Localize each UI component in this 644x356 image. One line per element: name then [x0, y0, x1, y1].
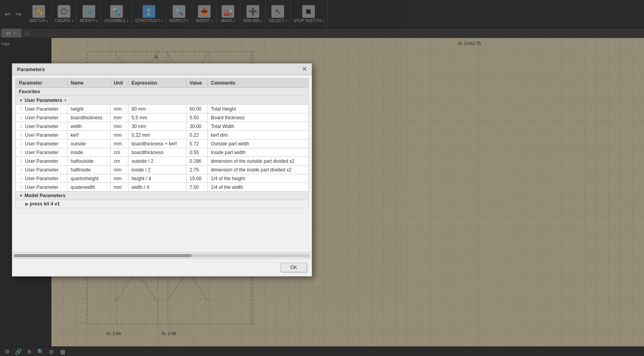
section-label: Favorites [16, 88, 309, 96]
table-row[interactable]: ☆ User Parameter width mm 30 mm 30.00 To… [16, 122, 309, 131]
row-comment: dimension of the inside part divided x2 [207, 166, 308, 174]
row-param-type: ☆ User Parameter [16, 174, 68, 183]
parameters-modal: Parameters ✕ Parameter Name Unit Express… [12, 63, 312, 277]
row-unit: cm [110, 157, 128, 166]
row-comment: 1/4 of the width [207, 183, 308, 192]
modal-overlay: Parameters ✕ Parameter Name Unit Express… [0, 0, 644, 356]
modal-close-button[interactable]: ✕ [302, 66, 307, 72]
section-label: ▼ User Parameters + [16, 96, 309, 105]
col-expression: Expression [128, 79, 186, 88]
col-unit: Unit [110, 79, 128, 88]
col-parameter: Parameter [16, 79, 68, 88]
table-header-row: Parameter Name Unit Expression Value Com… [16, 79, 309, 88]
row-param-type: ☆ User Parameter [16, 105, 68, 113]
row-param-type: ☆ User Parameter [16, 183, 68, 192]
row-name[interactable]: halfoutside [67, 157, 110, 166]
row-unit: cm [110, 148, 128, 157]
child-label: ▶ press kit 4 v1 [16, 200, 309, 208]
row-unit: mm [110, 183, 128, 192]
row-unit: mm [110, 131, 128, 139]
favorite-star-icon[interactable]: ☆ [19, 115, 24, 121]
section-user_parameters[interactable]: ▼ User Parameters + [16, 96, 309, 105]
row-expression[interactable]: boardthickness + kerf [128, 139, 186, 148]
model-param-child[interactable]: ▶ press kit 4 v1 [16, 200, 309, 208]
row-value: 0.22 [186, 131, 207, 139]
row-unit: mm [110, 166, 128, 174]
row-comment: Outside part width [207, 139, 308, 148]
row-name[interactable]: boardthickness [67, 113, 110, 122]
row-expression[interactable]: outside / 2 [128, 157, 186, 166]
favorite-star-icon[interactable]: ☆ [19, 149, 24, 155]
favorite-star-icon[interactable]: ☆ [19, 184, 24, 190]
row-param-type: ☆ User Parameter [16, 113, 68, 122]
table-row[interactable]: ☆ User Parameter halfinside mm inside / … [16, 166, 309, 174]
table-row[interactable]: ☆ User Parameter quartreheight mm height… [16, 174, 309, 183]
table-row[interactable]: ☆ User Parameter outside mm boardthickne… [16, 139, 309, 148]
row-name[interactable]: kerf [67, 131, 110, 139]
modal-footer: OK [12, 258, 312, 276]
table-row[interactable]: ☆ User Parameter inside cm boardthicknes… [16, 148, 309, 157]
row-name[interactable]: height [67, 105, 110, 113]
row-expression[interactable]: 60 mm [128, 105, 186, 113]
row-comment: dimension of the outside part divided x2 [207, 157, 308, 166]
row-name[interactable]: width [67, 122, 110, 131]
row-expression[interactable]: boardthickness [128, 148, 186, 157]
favorite-star-icon[interactable]: ☆ [19, 167, 24, 173]
row-name[interactable]: quaterwidth [67, 183, 110, 192]
favorite-star-icon[interactable]: ☆ [19, 123, 24, 129]
section-model_parameters[interactable]: ▼ Model Parameters [16, 192, 309, 200]
row-name[interactable]: inside [67, 148, 110, 157]
row-value: 30.00 [186, 122, 207, 131]
favorite-star-icon[interactable]: ☆ [19, 141, 24, 147]
row-value: 15.00 [186, 174, 207, 183]
row-value: 0.55 [186, 148, 207, 157]
table-row[interactable]: ☆ User Parameter halfoutside cm outside … [16, 157, 309, 166]
row-value: 5.50 [186, 113, 207, 122]
row-name[interactable]: quartreheight [67, 174, 110, 183]
row-comment: Board thickness [207, 113, 308, 122]
row-expression[interactable]: height / 4 [128, 174, 186, 183]
add-user-param-button[interactable]: + [64, 97, 67, 103]
modal-header[interactable]: Parameters ✕ [12, 64, 312, 75]
params-table: Parameter Name Unit Expression Value Com… [15, 78, 309, 208]
table-row[interactable]: ☆ User Parameter kerf mm 0.22 mm 0.22 ke… [16, 131, 309, 139]
row-expression[interactable]: 30 mm [128, 122, 186, 131]
favorite-star-icon[interactable]: ☆ [19, 132, 24, 138]
table-row[interactable]: ☆ User Parameter height mm 60 mm 60.00 T… [16, 105, 309, 113]
ok-button[interactable]: OK [281, 263, 307, 272]
row-name[interactable]: outside [67, 139, 110, 148]
row-param-type: ☆ User Parameter [16, 122, 68, 131]
col-comments: Comments [207, 79, 308, 88]
favorite-star-icon[interactable]: ☆ [19, 106, 24, 112]
row-unit: mm [110, 139, 128, 148]
col-value: Value [186, 79, 207, 88]
col-name: Name [67, 79, 110, 88]
row-expression[interactable]: width / 4 [128, 183, 186, 192]
row-param-type: ☆ User Parameter [16, 131, 68, 139]
row-param-type: ☆ User Parameter [16, 139, 68, 148]
row-comment: kerf dim [207, 131, 308, 139]
row-value: 0.286 [186, 157, 207, 166]
table-row[interactable]: ☆ User Parameter boardthickness mm 5.5 m… [16, 113, 309, 122]
row-param-type: ☆ User Parameter [16, 157, 68, 166]
row-name[interactable]: halfinside [67, 166, 110, 174]
row-value: 7.50 [186, 183, 207, 192]
table-row[interactable]: ☆ User Parameter quaterwidth mm width / … [16, 183, 309, 192]
row-param-type: ☆ User Parameter [16, 148, 68, 157]
section-label: ▼ Model Parameters [16, 192, 309, 200]
row-unit: mm [110, 105, 128, 113]
row-value: 60.00 [186, 105, 207, 113]
row-value: 2.75 [186, 166, 207, 174]
favorite-star-icon[interactable]: ☆ [19, 158, 24, 164]
section-favorites[interactable]: Favorites [16, 88, 309, 96]
row-expression[interactable]: 5.5 mm [128, 113, 186, 122]
favorite-star-icon[interactable]: ☆ [19, 175, 24, 181]
row-comment: Inside part width [207, 148, 308, 157]
row-expression[interactable]: inside / 2 [128, 166, 186, 174]
row-unit: mm [110, 122, 128, 131]
row-comment: Total Height [207, 105, 308, 113]
row-expression[interactable]: 0.22 mm [128, 131, 186, 139]
modal-scrollbar[interactable] [12, 252, 312, 258]
row-unit: mm [110, 174, 128, 183]
params-table-container[interactable]: Parameter Name Unit Expression Value Com… [12, 75, 312, 252]
